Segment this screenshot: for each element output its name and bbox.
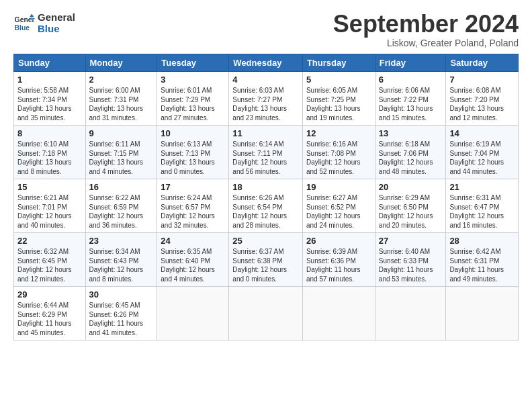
calendar-day-cell: 20Sunrise: 6:29 AM Sunset: 6:50 PM Dayli… (375, 179, 446, 233)
calendar-day-cell: 14Sunrise: 6:19 AM Sunset: 7:04 PM Dayli… (446, 126, 519, 179)
day-number: 19 (306, 182, 371, 192)
calendar-day-cell: 6Sunrise: 6:06 AM Sunset: 7:22 PM Daylig… (375, 72, 446, 126)
day-number: 8 (17, 128, 82, 138)
logo-icon: General Blue (13, 13, 35, 34)
day-number: 4 (232, 75, 299, 85)
calendar-week-row: 15Sunrise: 6:21 AM Sunset: 7:01 PM Dayli… (14, 179, 519, 233)
day-detail: Sunrise: 6:26 AM Sunset: 6:54 PM Dayligh… (232, 193, 299, 230)
weekday-header: Sunday (14, 54, 86, 72)
weekday-header: Thursday (302, 54, 375, 72)
day-detail: Sunrise: 6:18 AM Sunset: 7:06 PM Dayligh… (379, 140, 443, 176)
calendar-day-cell: 17Sunrise: 6:24 AM Sunset: 6:57 PM Dayli… (157, 179, 229, 233)
weekday-header: Friday (375, 54, 446, 72)
calendar-day-cell: 18Sunrise: 6:26 AM Sunset: 6:54 PM Dayli… (229, 179, 303, 233)
day-detail: Sunrise: 6:21 AM Sunset: 7:01 PM Dayligh… (17, 193, 82, 230)
day-number: 22 (17, 236, 82, 246)
calendar-day-cell: 28Sunrise: 6:42 AM Sunset: 6:31 PM Dayli… (446, 233, 519, 287)
svg-marker-2 (30, 13, 34, 17)
calendar-week-row: 29Sunrise: 6:44 AM Sunset: 6:29 PM Dayli… (14, 287, 519, 340)
calendar-day-cell (375, 287, 446, 340)
logo: General Blue General Blue (13, 12, 75, 34)
day-number: 10 (161, 128, 225, 138)
calendar-day-cell: 4Sunrise: 6:03 AM Sunset: 7:27 PM Daylig… (229, 72, 303, 126)
day-number: 13 (379, 128, 443, 138)
day-detail: Sunrise: 6:06 AM Sunset: 7:22 PM Dayligh… (379, 86, 443, 122)
day-number: 1 (17, 75, 82, 85)
header: General Blue General Blue September 2024… (13, 12, 519, 48)
calendar-day-cell (229, 287, 303, 340)
day-number: 15 (17, 182, 82, 192)
calendar: SundayMondayTuesdayWednesdayThursdayFrid… (13, 54, 519, 340)
svg-text:Blue: Blue (15, 24, 30, 31)
day-detail: Sunrise: 6:08 AM Sunset: 7:20 PM Dayligh… (449, 86, 515, 122)
day-detail: Sunrise: 6:00 AM Sunset: 7:31 PM Dayligh… (89, 86, 154, 122)
calendar-day-cell: 3Sunrise: 6:01 AM Sunset: 7:29 PM Daylig… (157, 72, 229, 126)
day-detail: Sunrise: 6:01 AM Sunset: 7:29 PM Dayligh… (161, 86, 225, 122)
day-detail: Sunrise: 6:03 AM Sunset: 7:27 PM Dayligh… (232, 86, 299, 122)
weekday-header: Monday (85, 54, 157, 72)
day-detail: Sunrise: 6:31 AM Sunset: 6:47 PM Dayligh… (449, 193, 515, 230)
day-number: 27 (379, 236, 443, 246)
day-number: 14 (449, 128, 515, 138)
calendar-day-cell (157, 287, 229, 340)
weekday-header: Saturday (446, 54, 519, 72)
day-number: 20 (379, 182, 443, 192)
calendar-day-cell: 21Sunrise: 6:31 AM Sunset: 6:47 PM Dayli… (446, 179, 519, 233)
calendar-day-cell: 19Sunrise: 6:27 AM Sunset: 6:52 PM Dayli… (302, 179, 375, 233)
calendar-day-cell: 15Sunrise: 6:21 AM Sunset: 7:01 PM Dayli… (14, 179, 86, 233)
day-detail: Sunrise: 5:58 AM Sunset: 7:34 PM Dayligh… (17, 86, 82, 122)
calendar-day-cell: 29Sunrise: 6:44 AM Sunset: 6:29 PM Dayli… (14, 287, 86, 340)
calendar-day-cell: 26Sunrise: 6:39 AM Sunset: 6:36 PM Dayli… (302, 233, 375, 287)
day-detail: Sunrise: 6:34 AM Sunset: 6:43 PM Dayligh… (89, 247, 154, 283)
day-number: 28 (449, 236, 515, 246)
day-detail: Sunrise: 6:22 AM Sunset: 6:59 PM Dayligh… (89, 193, 154, 230)
calendar-day-cell: 23Sunrise: 6:34 AM Sunset: 6:43 PM Dayli… (85, 233, 157, 287)
calendar-day-cell: 7Sunrise: 6:08 AM Sunset: 7:20 PM Daylig… (446, 72, 519, 126)
day-number: 5 (306, 75, 371, 85)
calendar-day-cell: 9Sunrise: 6:11 AM Sunset: 7:15 PM Daylig… (85, 126, 157, 179)
day-detail: Sunrise: 6:11 AM Sunset: 7:15 PM Dayligh… (89, 140, 154, 176)
logo-general: General (38, 12, 75, 24)
day-detail: Sunrise: 6:40 AM Sunset: 6:33 PM Dayligh… (379, 247, 443, 283)
day-detail: Sunrise: 6:45 AM Sunset: 6:26 PM Dayligh… (89, 301, 154, 337)
day-number: 26 (306, 236, 371, 246)
day-detail: Sunrise: 6:10 AM Sunset: 7:18 PM Dayligh… (17, 140, 82, 176)
calendar-day-cell: 11Sunrise: 6:14 AM Sunset: 7:11 PM Dayli… (229, 126, 303, 179)
day-number: 11 (232, 128, 299, 138)
calendar-day-cell (302, 287, 375, 340)
calendar-day-cell: 24Sunrise: 6:35 AM Sunset: 6:40 PM Dayli… (157, 233, 229, 287)
title-area: September 2024 Liskow, Greater Poland, P… (333, 12, 519, 48)
calendar-day-cell: 22Sunrise: 6:32 AM Sunset: 6:45 PM Dayli… (14, 233, 86, 287)
day-detail: Sunrise: 6:29 AM Sunset: 6:50 PM Dayligh… (379, 193, 443, 230)
day-number: 21 (449, 182, 515, 192)
day-number: 12 (306, 128, 371, 138)
day-number: 6 (379, 75, 443, 85)
calendar-week-row: 1Sunrise: 5:58 AM Sunset: 7:34 PM Daylig… (14, 72, 519, 126)
location: Liskow, Greater Poland, Poland (333, 38, 519, 48)
calendar-day-cell (446, 287, 519, 340)
day-number: 2 (89, 75, 154, 85)
day-number: 16 (89, 182, 154, 192)
day-number: 9 (89, 128, 154, 138)
day-detail: Sunrise: 6:42 AM Sunset: 6:31 PM Dayligh… (449, 247, 515, 283)
day-detail: Sunrise: 6:13 AM Sunset: 7:13 PM Dayligh… (161, 140, 225, 176)
weekday-header: Wednesday (229, 54, 303, 72)
weekday-header: Tuesday (157, 54, 229, 72)
day-number: 18 (232, 182, 299, 192)
day-detail: Sunrise: 6:35 AM Sunset: 6:40 PM Dayligh… (161, 247, 225, 283)
calendar-week-row: 22Sunrise: 6:32 AM Sunset: 6:45 PM Dayli… (14, 233, 519, 287)
day-number: 23 (89, 236, 154, 246)
day-detail: Sunrise: 6:14 AM Sunset: 7:11 PM Dayligh… (232, 140, 299, 176)
day-number: 24 (161, 236, 225, 246)
day-number: 25 (232, 236, 299, 246)
day-number: 17 (161, 182, 225, 192)
calendar-day-cell: 8Sunrise: 6:10 AM Sunset: 7:18 PM Daylig… (14, 126, 86, 179)
day-number: 29 (17, 289, 82, 300)
day-detail: Sunrise: 6:24 AM Sunset: 6:57 PM Dayligh… (161, 193, 225, 230)
day-number: 7 (449, 75, 515, 85)
day-detail: Sunrise: 6:32 AM Sunset: 6:45 PM Dayligh… (17, 247, 82, 283)
calendar-day-cell: 13Sunrise: 6:18 AM Sunset: 7:06 PM Dayli… (375, 126, 446, 179)
day-detail: Sunrise: 6:39 AM Sunset: 6:36 PM Dayligh… (306, 247, 371, 283)
page: General Blue General Blue September 2024… (0, 0, 532, 347)
calendar-day-cell: 2Sunrise: 6:00 AM Sunset: 7:31 PM Daylig… (85, 72, 157, 126)
